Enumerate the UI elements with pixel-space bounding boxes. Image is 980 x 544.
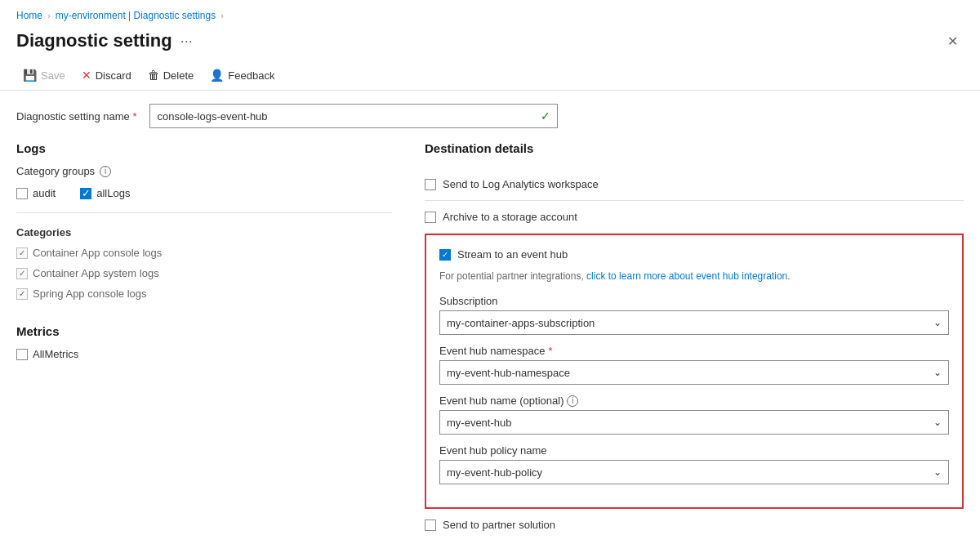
discard-label: Discard bbox=[96, 69, 131, 82]
hub-name-dropdown-icon: ⌄ bbox=[933, 417, 942, 428]
spring-logs-check-icon: ✓ bbox=[19, 289, 25, 298]
right-panel: Destination details Send to Log Analytic… bbox=[425, 141, 964, 544]
title-bar: Diagnostic setting ··· ✕ bbox=[0, 26, 980, 60]
event-hub-header: ✓ Stream to an event hub bbox=[439, 248, 949, 261]
category-groups-info-icon[interactable]: i bbox=[100, 166, 111, 177]
namespace-value: my-event-hub-namespace bbox=[447, 367, 570, 379]
console-logs-checkbox[interactable]: ✓ bbox=[16, 247, 28, 259]
delete-icon: 🗑 bbox=[148, 69, 159, 82]
storage-account-checkbox[interactable] bbox=[425, 212, 436, 223]
log-analytics-label: Send to Log Analytics workspace bbox=[443, 178, 599, 190]
allmetrics-checkbox[interactable] bbox=[16, 349, 28, 360]
subscription-label: Subscription bbox=[439, 295, 949, 307]
log-analytics-option: Send to Log Analytics workspace bbox=[425, 168, 964, 201]
policy-name-field: Event hub policy name my-event-hub-polic… bbox=[439, 444, 949, 484]
audit-label: audit bbox=[33, 187, 56, 199]
category-item-1: ✓ Container App system logs bbox=[16, 267, 392, 279]
metrics-section: Metrics AllMetrics bbox=[16, 324, 392, 360]
partner-solution-label: Send to partner solution bbox=[443, 519, 555, 531]
setting-name-label: Diagnostic setting name * bbox=[16, 110, 136, 123]
setting-name-input[interactable]: console-logs-event-hub ✓ bbox=[149, 104, 558, 128]
category-groups-checkboxes: audit ✓ allLogs bbox=[16, 187, 392, 199]
hub-name-field: Event hub name (optional) i my-event-hub… bbox=[439, 395, 949, 435]
categories-title: Categories bbox=[16, 226, 392, 239]
logs-title: Logs bbox=[16, 141, 392, 155]
subscription-select[interactable]: my-container-apps-subscription ⌄ bbox=[439, 310, 949, 335]
save-icon: 💾 bbox=[23, 69, 37, 82]
save-button[interactable]: 💾 Save bbox=[16, 65, 72, 85]
audit-checkbox-item: audit bbox=[16, 187, 56, 199]
namespace-label: Event hub namespace * bbox=[439, 345, 949, 357]
destination-title: Destination details bbox=[425, 141, 964, 155]
system-logs-label: Container App system logs bbox=[33, 267, 159, 279]
spring-logs-checkbox[interactable]: ✓ bbox=[16, 288, 28, 300]
breadcrumb: Home › my-environment | Diagnostic setti… bbox=[0, 0, 980, 26]
policy-name-select[interactable]: my-event-hub-policy ⌄ bbox=[439, 460, 949, 484]
hub-name-info-icon[interactable]: i bbox=[567, 395, 578, 407]
policy-name-label: Event hub policy name bbox=[439, 444, 949, 457]
namespace-dropdown-icon: ⌄ bbox=[933, 367, 942, 378]
delete-button[interactable]: 🗑 Delete bbox=[141, 65, 201, 85]
breadcrumb-sep-1: › bbox=[47, 11, 51, 20]
category-groups-label: Category groups bbox=[16, 165, 95, 177]
toolbar: 💾 Save ✕ Discard 🗑 Delete 👤 Feedback bbox=[0, 60, 980, 91]
system-logs-check-icon: ✓ bbox=[19, 269, 25, 278]
alllogs-label: allLogs bbox=[96, 187, 130, 199]
policy-name-value: my-event-hub-policy bbox=[447, 466, 542, 479]
subscription-value: my-container-apps-subscription bbox=[447, 317, 595, 329]
partner-info-link[interactable]: click to learn more about event hub inte… bbox=[586, 270, 790, 282]
feedback-button[interactable]: 👤 Feedback bbox=[203, 65, 281, 85]
system-logs-checkbox[interactable]: ✓ bbox=[16, 268, 28, 279]
spring-logs-label: Spring App console logs bbox=[33, 288, 146, 300]
console-logs-label: Container App console logs bbox=[33, 247, 162, 259]
page-container: Home › my-environment | Diagnostic setti… bbox=[0, 0, 980, 544]
delete-label: Delete bbox=[163, 69, 194, 82]
namespace-select[interactable]: my-event-hub-namespace ⌄ bbox=[439, 360, 949, 385]
category-item-2: ✓ Spring App console logs bbox=[16, 288, 392, 300]
alllogs-checkbox[interactable]: ✓ bbox=[80, 188, 91, 199]
allmetrics-label: AllMetrics bbox=[33, 348, 78, 360]
main-content: Logs Category groups i audit ✓ allLogs C… bbox=[0, 141, 980, 544]
logs-divider bbox=[16, 212, 392, 213]
namespace-required: * bbox=[548, 345, 552, 357]
partner-info: For potential partner integrations, clic… bbox=[439, 270, 949, 282]
hub-name-select[interactable]: my-event-hub ⌄ bbox=[439, 410, 949, 435]
checkmark-icon: ✓ bbox=[541, 109, 550, 123]
hub-name-value: my-event-hub bbox=[447, 417, 511, 429]
subscription-field: Subscription my-container-apps-subscript… bbox=[439, 295, 949, 335]
left-panel: Logs Category groups i audit ✓ allLogs C… bbox=[16, 141, 392, 544]
policy-name-dropdown-icon: ⌄ bbox=[933, 466, 942, 478]
setting-name-value: console-logs-event-hub bbox=[157, 110, 267, 123]
title-ellipsis[interactable]: ··· bbox=[180, 33, 193, 50]
breadcrumb-environment[interactable]: my-environment | Diagnostic settings bbox=[56, 10, 216, 21]
required-star: * bbox=[132, 110, 136, 123]
close-button[interactable]: ✕ bbox=[941, 29, 964, 52]
discard-button[interactable]: ✕ Discard bbox=[75, 65, 138, 85]
namespace-field: Event hub namespace * my-event-hub-names… bbox=[439, 345, 949, 385]
hub-name-label: Event hub name (optional) i bbox=[439, 395, 949, 407]
setting-name-row: Diagnostic setting name * console-logs-e… bbox=[0, 104, 980, 141]
partner-info-text: For potential partner integrations, bbox=[439, 270, 584, 282]
metrics-title: Metrics bbox=[16, 324, 392, 338]
categories-section: Categories ✓ Container App console logs … bbox=[16, 226, 392, 300]
partner-solution-checkbox[interactable] bbox=[425, 519, 436, 531]
breadcrumb-home[interactable]: Home bbox=[16, 10, 42, 21]
allmetrics-checkbox-item: AllMetrics bbox=[16, 348, 392, 360]
partner-solution-option: Send to partner solution bbox=[425, 509, 964, 541]
title-bar-left: Diagnostic setting ··· bbox=[16, 30, 193, 51]
category-item-0: ✓ Container App console logs bbox=[16, 247, 392, 259]
event-hub-label: Stream to an event hub bbox=[457, 248, 568, 261]
feedback-icon: 👤 bbox=[210, 69, 224, 82]
save-label: Save bbox=[41, 69, 65, 82]
storage-account-option: Archive to a storage account bbox=[425, 201, 964, 234]
subscription-dropdown-icon: ⌄ bbox=[933, 317, 942, 328]
discard-icon: ✕ bbox=[82, 69, 91, 82]
breadcrumb-sep-2: › bbox=[220, 11, 224, 20]
audit-checkbox[interactable] bbox=[16, 188, 28, 199]
event-hub-section: ✓ Stream to an event hub For potential p… bbox=[425, 234, 964, 509]
feedback-label: Feedback bbox=[228, 69, 274, 82]
alllogs-checkbox-item: ✓ allLogs bbox=[80, 187, 130, 199]
event-hub-checkbox[interactable]: ✓ bbox=[439, 249, 451, 261]
console-logs-check-icon: ✓ bbox=[19, 248, 25, 257]
log-analytics-checkbox[interactable] bbox=[425, 179, 436, 190]
